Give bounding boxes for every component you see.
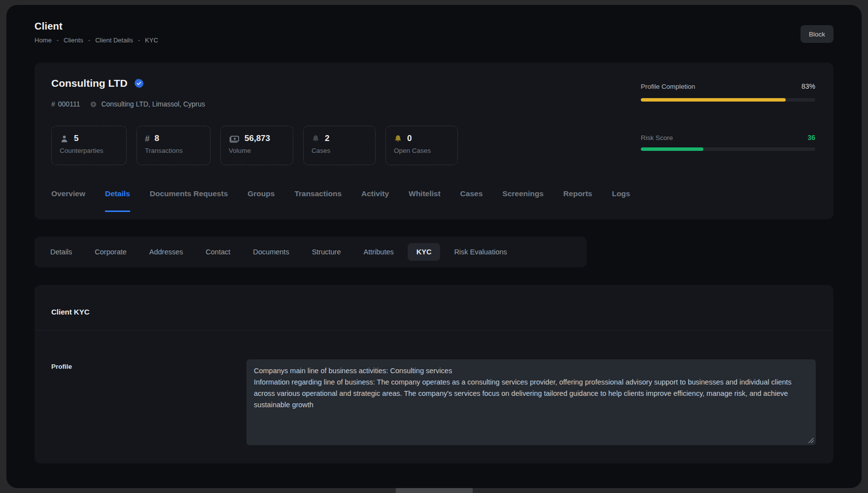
app-window: Client Home - Clients - Client Details -… xyxy=(6,5,862,488)
profile-completion-bar-fill xyxy=(641,98,786,102)
stat-value: 0 xyxy=(407,134,412,143)
risk-score-row: Risk Score 36 xyxy=(641,134,815,141)
location-pin-icon xyxy=(90,101,97,108)
client-id: 000111 xyxy=(58,100,80,108)
bell-icon xyxy=(394,135,402,143)
stat-transactions: # 8 Transactions xyxy=(137,126,210,165)
client-stats-row: 5 Counterparties # 8 Transactions xyxy=(51,126,458,165)
verified-badge-icon xyxy=(134,78,144,88)
subtab-contact[interactable]: Contact xyxy=(206,248,230,256)
client-name: Consulting LTD xyxy=(51,77,128,89)
banknote-icon xyxy=(229,134,240,143)
tab-documents-requests[interactable]: Documents Requests xyxy=(150,189,228,212)
tab-overview[interactable]: Overview xyxy=(51,189,85,212)
stat-label: Volume xyxy=(229,147,285,154)
breadcrumb-clients[interactable]: Clients xyxy=(64,36,83,44)
tab-groups[interactable]: Groups xyxy=(247,189,275,212)
subtab-documents[interactable]: Documents xyxy=(253,248,289,256)
hash-icon: # xyxy=(51,100,55,108)
risk-score-bar-fill xyxy=(641,147,703,151)
subtab-corporate[interactable]: Corporate xyxy=(95,248,126,256)
breadcrumb: Home - Clients - Client Details - KYC xyxy=(35,36,158,44)
profile-textarea[interactable]: Companys main line of business activitie… xyxy=(246,359,816,445)
tab-logs[interactable]: Logs xyxy=(612,189,630,212)
score-panel: Profile Completion 83% Risk Score 36 xyxy=(641,63,815,219)
client-location-group: Consulting LTD, Limassol, Cyprus xyxy=(90,100,205,108)
stat-label: Transactions xyxy=(145,147,202,154)
breadcrumb-client-details[interactable]: Client Details xyxy=(95,36,133,44)
user-icon xyxy=(60,134,69,143)
details-subtabs: Details Corporate Addresses Contact Docu… xyxy=(35,237,587,267)
stat-value: 2 xyxy=(325,134,329,143)
stat-value: 8 xyxy=(154,134,159,143)
breadcrumb-kyc[interactable]: KYC xyxy=(145,36,158,44)
stat-label: Counterparties xyxy=(60,147,118,154)
stat-open-cases: 0 Open Cases xyxy=(385,126,458,165)
breadcrumb-separator: - xyxy=(57,36,59,44)
header-title-block: Client Home - Clients - Client Details -… xyxy=(35,21,158,44)
profile-completion-row: Profile Completion 83% xyxy=(641,82,815,90)
section-divider xyxy=(35,330,833,331)
breadcrumb-separator: - xyxy=(88,36,90,44)
stat-value: 5 xyxy=(74,134,78,143)
client-name-row: Consulting LTD xyxy=(51,77,144,89)
profile-completion-value: 83% xyxy=(801,82,815,90)
stat-cases: 2 Cases xyxy=(303,126,376,165)
subtab-structure[interactable]: Structure xyxy=(312,248,341,256)
client-kyc-card: Client KYC Profile Companys main line of… xyxy=(35,285,833,463)
page-header: Client Home - Clients - Client Details -… xyxy=(35,21,833,44)
subtab-attributes[interactable]: Attributes xyxy=(364,248,394,256)
profile-completion-bar xyxy=(641,98,815,102)
desktop-background: Client Home - Clients - Client Details -… xyxy=(0,0,868,493)
subtab-details[interactable]: Details xyxy=(50,248,72,256)
risk-score-bar xyxy=(641,147,815,151)
risk-score-label: Risk Score xyxy=(641,134,673,141)
tab-transactions[interactable]: Transactions xyxy=(294,189,342,212)
breadcrumb-home[interactable]: Home xyxy=(35,36,52,44)
tab-details[interactable]: Details xyxy=(105,189,130,212)
tab-cases[interactable]: Cases xyxy=(460,189,483,212)
client-location: Consulting LTD, Limassol, Cyprus xyxy=(101,100,205,108)
subtab-addresses[interactable]: Addresses xyxy=(149,248,183,256)
profile-textarea-wrap: Companys main line of business activitie… xyxy=(246,359,816,445)
profile-field-label: Profile xyxy=(51,363,72,370)
stat-volume: 56,873 Volume xyxy=(220,126,293,165)
profile-completion-label: Profile Completion xyxy=(641,83,695,90)
section-title: Client KYC xyxy=(51,308,90,316)
tab-reports[interactable]: Reports xyxy=(563,189,592,212)
stat-counterparties: 5 Counterparties xyxy=(51,126,127,165)
tab-activity[interactable]: Activity xyxy=(361,189,389,212)
tab-screenings[interactable]: Screenings xyxy=(502,189,544,212)
main-tabs: Overview Details Documents Requests Grou… xyxy=(51,189,630,212)
client-summary-card: Consulting LTD # 000111 Consulting LTD, … xyxy=(35,63,833,219)
subtab-kyc[interactable]: KYC xyxy=(408,243,441,261)
page-title: Client xyxy=(35,21,158,32)
client-meta-row: # 000111 Consulting LTD, Limassol, Cypru… xyxy=(51,100,205,108)
stat-label: Cases xyxy=(312,147,367,154)
bell-icon xyxy=(312,135,320,143)
block-button[interactable]: Block xyxy=(800,25,833,43)
tab-whitelist[interactable]: Whitelist xyxy=(409,189,441,212)
subtab-risk-evaluations[interactable]: Risk Evaluations xyxy=(454,248,507,256)
stat-label: Open Cases xyxy=(394,147,450,154)
resize-handle-icon[interactable] xyxy=(808,438,814,443)
hash-icon: # xyxy=(145,135,149,143)
stat-value: 56,873 xyxy=(244,134,270,143)
risk-score-value: 36 xyxy=(807,134,815,141)
breadcrumb-separator: - xyxy=(138,36,140,44)
